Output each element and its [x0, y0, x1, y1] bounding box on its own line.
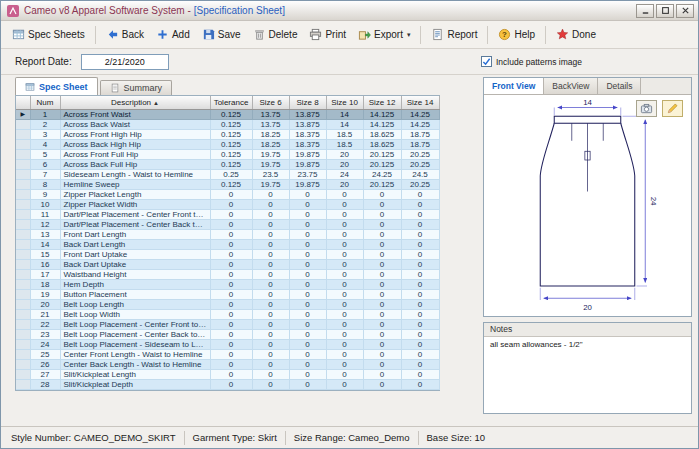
- column-header-size-6[interactable]: Size 6: [252, 96, 289, 109]
- table-row[interactable]: 22Belt Loop Placement - Center Front to …: [16, 319, 439, 329]
- size-cell: 0: [326, 209, 363, 219]
- table-row[interactable]: 27Slit/Kickpleat Length000000: [16, 369, 439, 379]
- table-row[interactable]: 24Belt Loop Placement - Sideseam to Loop…: [16, 339, 439, 349]
- size-cell: 0: [363, 309, 401, 319]
- table-row[interactable]: 9Zipper Placket Length000000: [16, 189, 439, 199]
- size-cell: 18.5: [326, 139, 363, 149]
- size-cell: 0: [326, 369, 363, 379]
- row-num-cell: 27: [30, 369, 60, 379]
- column-header-size-14[interactable]: Size 14: [401, 96, 439, 109]
- table-row[interactable]: 8Hemline Sweep0.12519.7519.8752020.12520…: [16, 179, 439, 189]
- table-row[interactable]: 10Zipper Placket Width000000: [16, 199, 439, 209]
- column-header-size-12[interactable]: Size 12: [363, 96, 401, 109]
- help-button[interactable]: ?Help: [492, 25, 541, 44]
- table-row[interactable]: 11Dart/Pleat Placement - Center Front to…: [16, 209, 439, 219]
- column-header-num[interactable]: Num: [30, 96, 60, 109]
- status-item: Style Number: CAMEO_DEMO_SKIRT: [11, 432, 176, 443]
- size-cell: 14.125: [363, 119, 401, 129]
- table-row[interactable]: 4Across Back High Hip0.12518.2518.37518.…: [16, 139, 439, 149]
- include-patterns-checkbox[interactable]: [481, 56, 492, 67]
- maximize-button[interactable]: [656, 4, 674, 18]
- print-button[interactable]: Print: [303, 25, 352, 44]
- row-num-cell: 25: [30, 349, 60, 359]
- row-num-cell: 9: [30, 189, 60, 199]
- description-cell: Across Back High Hip: [60, 139, 210, 149]
- image-area: 14 24: [484, 95, 691, 316]
- size-cell: 0: [401, 339, 439, 349]
- tab-details[interactable]: Details: [598, 78, 641, 94]
- table-row[interactable]: 6Across Back Full Hip0.12519.7519.875202…: [16, 159, 439, 169]
- spec-sheets-button[interactable]: Spec Sheets: [6, 25, 91, 44]
- done-button[interactable]: Done: [550, 25, 602, 44]
- table-row[interactable]: 25Center Front Length - Waist to Hemline…: [16, 349, 439, 359]
- tolerance-cell: 0: [210, 279, 252, 289]
- size-cell: 0: [326, 319, 363, 329]
- table-row[interactable]: 3Across Front High Hip0.12518.2518.37518…: [16, 129, 439, 139]
- table-row[interactable]: ▶1Across Front Waist0.12513.7513.8751414…: [16, 109, 439, 119]
- tab-front-view[interactable]: Front View: [484, 78, 544, 94]
- size-cell: 0: [401, 249, 439, 259]
- table-row[interactable]: 12Dart/Pleat Placement - Center Back to …: [16, 219, 439, 229]
- add-label: Add: [172, 29, 190, 40]
- tab-summary-label: Summary: [124, 83, 163, 93]
- table-row[interactable]: 5Across Front Full Hip0.12519.7519.87520…: [16, 149, 439, 159]
- size-cell: 0: [252, 359, 289, 369]
- measurement-grid: NumDescription▲ToleranceSize 6Size 8Size…: [15, 95, 440, 391]
- size-cell: 0: [252, 269, 289, 279]
- table-row[interactable]: 2Across Back Waist0.12513.7513.8751414.1…: [16, 119, 439, 129]
- size-cell: 0: [401, 199, 439, 209]
- table-row[interactable]: 23Belt Loop Placement - Center Back to L…: [16, 329, 439, 339]
- column-header-size-8[interactable]: Size 8: [289, 96, 326, 109]
- size-cell: 0: [363, 199, 401, 209]
- report-label: Report: [447, 29, 477, 40]
- description-cell: Zipper Placket Length: [60, 189, 210, 199]
- table-row[interactable]: 14Back Dart Length000000: [16, 239, 439, 249]
- column-header-tolerance[interactable]: Tolerance: [210, 96, 252, 109]
- status-item: Base Size: 10: [427, 432, 486, 443]
- table-row[interactable]: 20Belt Loop Length000000: [16, 299, 439, 309]
- back-button[interactable]: Back: [100, 25, 150, 44]
- export-button[interactable]: Export▾: [352, 25, 416, 44]
- tab-back-view[interactable]: BackView: [544, 78, 598, 94]
- delete-label: Delete: [269, 29, 298, 40]
- description-cell: Belt Loop Placement - Center Back to Loo…: [60, 329, 210, 339]
- help-label: Help: [514, 29, 535, 40]
- close-button[interactable]: [676, 4, 694, 18]
- delete-button[interactable]: Delete: [247, 25, 304, 44]
- table-row[interactable]: 13Front Dart Length000000: [16, 229, 439, 239]
- size-cell: 0: [326, 279, 363, 289]
- row-selector-cell: [16, 359, 30, 369]
- table-row[interactable]: 28Slit/Kickpleat Depth000000: [16, 379, 439, 389]
- dim-waist-label: 14: [583, 98, 592, 107]
- size-cell: 0: [252, 339, 289, 349]
- tab-summary[interactable]: Summary: [100, 80, 173, 95]
- window-title: Cameo v8 Apparel Software System -[Speci…: [24, 5, 285, 16]
- description-cell: Center Back Length - Waist to Hemline: [60, 359, 210, 369]
- size-cell: 0: [363, 239, 401, 249]
- tab-spec-sheet[interactable]: Spec Sheet: [15, 77, 98, 95]
- table-row[interactable]: 18Hem Depth000000: [16, 279, 439, 289]
- report-date-field[interactable]: 2/21/2020: [81, 54, 169, 70]
- table-row[interactable]: 15Front Dart Uptake000000: [16, 249, 439, 259]
- table-row[interactable]: 19Button Placement000000: [16, 289, 439, 299]
- row-selector-cell: [16, 239, 30, 249]
- notes-text[interactable]: all seam allowances - 1/2": [484, 337, 691, 413]
- table-row[interactable]: 26Center Back Length - Waist to Hemline0…: [16, 359, 439, 369]
- table-row[interactable]: 17Waistband Height000000: [16, 269, 439, 279]
- camera-button[interactable]: [636, 100, 657, 117]
- dim-length-label: 24: [649, 197, 658, 206]
- description-cell: Across Front Waist: [60, 109, 210, 119]
- tolerance-cell: 0: [210, 319, 252, 329]
- table-row[interactable]: 16Back Dart Uptake000000: [16, 259, 439, 269]
- save-button[interactable]: Save: [196, 25, 247, 44]
- add-button[interactable]: Add: [150, 25, 196, 44]
- column-header-description[interactable]: Description▲: [60, 96, 210, 109]
- column-header-size-10[interactable]: Size 10: [326, 96, 363, 109]
- minimize-button[interactable]: [636, 4, 654, 18]
- edit-image-button[interactable]: [662, 100, 683, 117]
- report-button[interactable]: Report: [425, 25, 483, 44]
- table-row[interactable]: 7Sideseam Length - Waist to Hemline0.252…: [16, 169, 439, 179]
- size-cell: 20.125: [363, 149, 401, 159]
- table-row[interactable]: 21Belt Loop Width000000: [16, 309, 439, 319]
- toolbar: Spec SheetsBackAddSaveDeletePrintExport▾…: [1, 21, 698, 49]
